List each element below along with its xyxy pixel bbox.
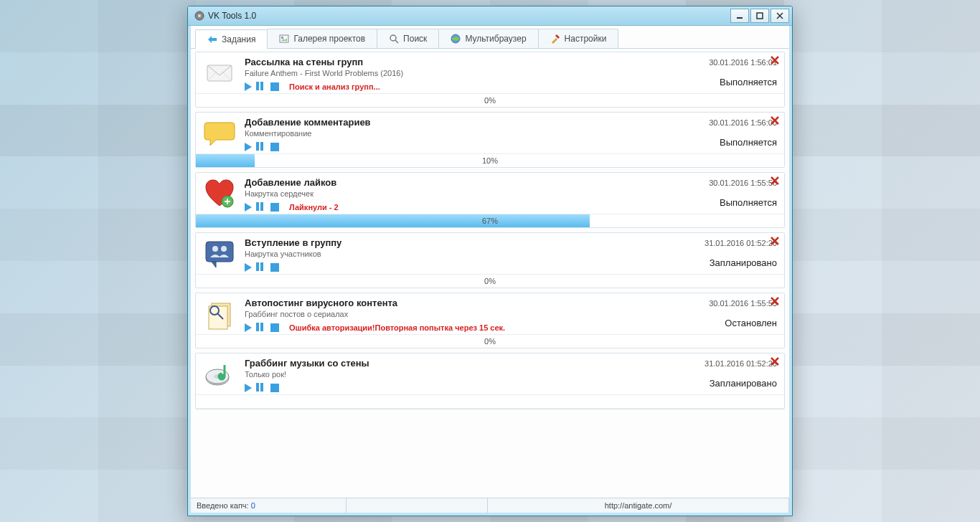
task-list[interactable]: Рассылка на стены групп Failure Anthem -… bbox=[191, 49, 789, 498]
tab-gallery[interactable]: Галерея проектов bbox=[267, 29, 377, 48]
stop-button[interactable] bbox=[270, 323, 279, 332]
svg-point-14 bbox=[221, 246, 227, 252]
stop-button[interactable] bbox=[270, 82, 279, 91]
pause-button[interactable] bbox=[256, 82, 266, 92]
delete-task-button[interactable] bbox=[770, 115, 780, 125]
task-row: Рассылка на стены групп Failure Anthem -… bbox=[195, 52, 785, 108]
task-title: Граббинг музыки со стены bbox=[245, 358, 646, 369]
play-button[interactable] bbox=[245, 323, 252, 332]
task-state: Выполняется bbox=[720, 77, 777, 87]
progress-bar: 67% bbox=[196, 214, 784, 227]
task-row: Граббинг музыки со стены Только рок! 31.… bbox=[195, 353, 785, 409]
task-state: Остановлен bbox=[725, 318, 777, 328]
task-state: Выполняется bbox=[720, 197, 777, 208]
play-button[interactable] bbox=[245, 143, 252, 151]
delete-task-button[interactable] bbox=[770, 55, 780, 65]
close-button[interactable] bbox=[771, 9, 789, 23]
globe-icon bbox=[451, 34, 461, 44]
play-button[interactable] bbox=[245, 384, 252, 392]
task-state: Выполняется bbox=[720, 137, 777, 148]
task-timestamp: 30.01.2016 1:55:58 bbox=[709, 179, 777, 187]
svg-line-7 bbox=[395, 40, 398, 43]
window-title: VK Tools 1.0 bbox=[208, 11, 730, 21]
task-title: Автопостинг вирусного контента bbox=[245, 298, 646, 308]
app-icon bbox=[194, 10, 205, 22]
task-status-message: Лайкнули - 2 bbox=[289, 203, 339, 212]
svg-point-22 bbox=[219, 374, 225, 379]
task-timestamp: 30.01.2016 1:55:55 bbox=[709, 299, 777, 308]
window-controls bbox=[730, 9, 789, 23]
task-row: Добавление лайков Накрутка сердечек Лайк… bbox=[195, 172, 785, 228]
play-button[interactable] bbox=[245, 203, 252, 212]
delete-task-button[interactable] bbox=[770, 176, 780, 186]
task-subtitle: Failure Anthem - First World Problems (2… bbox=[245, 69, 646, 77]
comment-icon bbox=[203, 117, 236, 150]
svg-rect-12 bbox=[206, 242, 233, 262]
tab-label: Мультибраузер bbox=[465, 34, 526, 44]
minimize-button[interactable] bbox=[730, 9, 749, 23]
stop-button[interactable] bbox=[270, 384, 279, 392]
app-window: VK Tools 1.0 Задания bbox=[187, 6, 793, 516]
task-timestamp: 30.01.2016 1:56:01 bbox=[709, 58, 777, 67]
tasks-icon bbox=[207, 34, 217, 44]
task-row: Добавление комментариев Комментирование … bbox=[195, 112, 785, 168]
play-button[interactable] bbox=[245, 82, 252, 91]
svg-rect-5 bbox=[281, 37, 283, 39]
task-row: Автопостинг вирусного контента Граббинг … bbox=[195, 293, 785, 348]
svg-rect-2 bbox=[737, 17, 743, 19]
task-timestamp: 30.01.2016 1:56:00 bbox=[709, 118, 777, 127]
task-subtitle: Комментирование bbox=[245, 129, 646, 138]
note-search-icon bbox=[203, 298, 236, 331]
pause-button[interactable] bbox=[256, 262, 266, 272]
progress-bar: 0% bbox=[196, 93, 784, 107]
tab-search[interactable]: Поиск bbox=[377, 29, 439, 48]
pause-button[interactable] bbox=[256, 383, 266, 393]
tab-settings[interactable]: Настройки bbox=[538, 29, 619, 48]
task-row: Вступление в группу Накрутка участников … bbox=[195, 232, 785, 288]
svg-rect-3 bbox=[757, 13, 763, 19]
delete-task-button[interactable] bbox=[770, 236, 780, 246]
progress-label: 0% bbox=[196, 94, 784, 107]
status-cell-empty bbox=[347, 498, 488, 513]
task-status-message: Поиск и анализ групп... bbox=[289, 82, 380, 91]
heart-icon bbox=[203, 177, 236, 210]
progress-bar: 0% bbox=[196, 274, 784, 288]
stop-button[interactable] bbox=[270, 203, 279, 212]
delete-task-button[interactable] bbox=[770, 356, 780, 366]
maximize-button[interactable] bbox=[750, 9, 769, 23]
task-timestamp: 31.01.2016 01:52:26 bbox=[705, 239, 777, 247]
svg-point-6 bbox=[390, 35, 396, 41]
progress-bar: 0% bbox=[196, 334, 784, 348]
captcha-label: Введено капч: bbox=[197, 501, 249, 510]
task-subtitle: Накрутка сердечек bbox=[245, 189, 646, 198]
progress-label: 10% bbox=[196, 154, 784, 167]
task-status-message: Ошибка авторизации!Повторная попытка чер… bbox=[289, 323, 505, 332]
pause-button[interactable] bbox=[256, 323, 266, 333]
tab-tasks[interactable]: Задания bbox=[195, 29, 268, 49]
delete-task-button[interactable] bbox=[770, 296, 780, 306]
progress-label: 0% bbox=[196, 275, 784, 288]
group-icon bbox=[203, 237, 236, 270]
envelope-icon bbox=[203, 57, 236, 90]
play-button[interactable] bbox=[245, 263, 252, 272]
captcha-count: 0 bbox=[251, 501, 255, 510]
progress-label: 67% bbox=[196, 214, 784, 227]
task-subtitle: Только рок! bbox=[245, 370, 646, 379]
pause-button[interactable] bbox=[256, 202, 266, 212]
task-title: Добавление комментариев bbox=[245, 117, 646, 128]
task-subtitle: Граббинг постов о сериалах bbox=[245, 310, 646, 318]
task-title: Рассылка на стены групп bbox=[245, 57, 646, 67]
task-state: Запланировано bbox=[710, 378, 777, 389]
tab-multibrowser[interactable]: Мультибраузер bbox=[438, 29, 538, 48]
search-icon bbox=[389, 34, 399, 44]
pause-button[interactable] bbox=[256, 142, 266, 152]
task-state: Запланировано bbox=[710, 257, 777, 268]
titlebar[interactable]: VK Tools 1.0 bbox=[188, 6, 792, 26]
tab-label: Галерея проектов bbox=[293, 34, 365, 44]
progress-label: 0% bbox=[196, 335, 784, 348]
stop-button[interactable] bbox=[270, 143, 279, 151]
gallery-icon bbox=[279, 34, 289, 44]
stop-button[interactable] bbox=[270, 263, 279, 272]
status-link[interactable]: http://antigate.com/ bbox=[488, 498, 789, 513]
tab-bar: Задания Галерея проектов Поиск Мультибра… bbox=[191, 29, 789, 49]
